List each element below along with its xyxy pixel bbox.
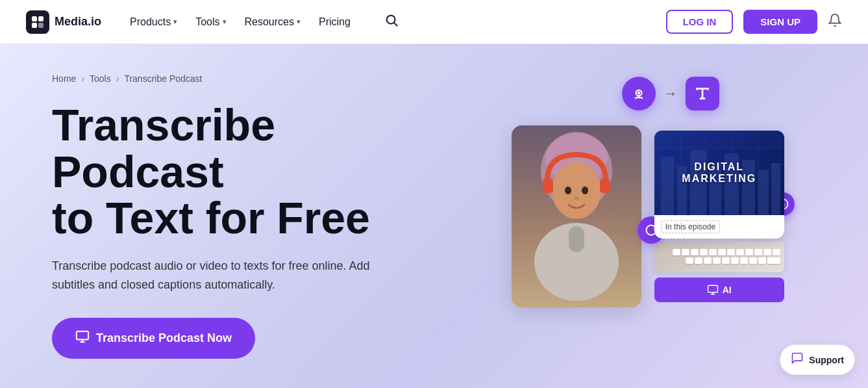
hero-content: Home › Tools › Transcribe Podcast Transc… — [0, 44, 454, 388]
breadcrumb-home[interactable]: Home — [52, 73, 76, 84]
key — [695, 257, 702, 264]
person-card — [512, 125, 641, 307]
hero-title-line3: to Text for Free — [52, 193, 370, 242]
navbar-right: LOG IN SIGN UP — [666, 10, 842, 34]
in-episode-bar: In this episode — [654, 215, 784, 239]
hero-visual-inner: DIGITAL MARKETING In this episode — [512, 125, 784, 307]
ai-button[interactable]: AI — [654, 278, 784, 302]
hero-title-line1: Transcribe — [52, 100, 275, 149]
hero-section: Home › Tools › Transcribe Podcast Transc… — [0, 44, 868, 388]
svg-rect-3 — [38, 23, 43, 28]
key — [763, 249, 771, 255]
key — [682, 249, 689, 255]
svg-rect-19 — [600, 179, 610, 193]
breadcrumb-tools[interactable]: Tools — [90, 73, 111, 84]
navbar: Media.io Products ▾ Tools ▾ Resources ▾ … — [0, 0, 868, 44]
svg-rect-6 — [77, 331, 88, 340]
svg-rect-42 — [771, 163, 780, 215]
key — [749, 257, 757, 264]
hero-visual: → — [454, 44, 869, 388]
key — [704, 257, 712, 264]
nav-items: Products ▾ Tools ▾ Resources ▾ Pricing — [122, 11, 358, 33]
arrow-right-icon: → — [663, 85, 678, 102]
svg-point-21 — [582, 187, 588, 194]
svg-rect-35 — [661, 157, 674, 215]
cta-label: Transcribe Podcast Now — [96, 331, 232, 345]
keyboard-visual — [654, 241, 784, 272]
key — [740, 257, 748, 264]
key — [718, 249, 726, 255]
svg-point-4 — [387, 16, 395, 24]
chevron-down-icon: ▾ — [173, 18, 177, 26]
key — [736, 249, 744, 255]
support-button[interactable]: Support — [780, 344, 855, 375]
svg-rect-24 — [569, 226, 584, 252]
hero-title-line2: Podcast — [52, 147, 224, 196]
logo-icon — [26, 10, 49, 34]
svg-point-10 — [638, 92, 639, 94]
breadcrumb-sep: › — [81, 73, 84, 84]
key — [767, 257, 780, 264]
text-icon — [686, 77, 719, 110]
svg-point-17 — [552, 162, 601, 219]
podcast-icon — [622, 77, 656, 110]
support-label: Support — [809, 355, 844, 365]
key — [700, 249, 708, 255]
chat-icon — [791, 352, 804, 368]
key — [754, 249, 762, 255]
login-button[interactable]: LOG IN — [666, 10, 734, 34]
key — [773, 249, 780, 255]
signup-button[interactable]: SIGN UP — [743, 10, 817, 34]
logo[interactable]: Media.io — [26, 10, 101, 34]
hero-description: Transcribe podcast audio or video to tex… — [52, 257, 377, 294]
ai-label: AI — [723, 285, 732, 295]
navbar-left: Media.io Products ▾ Tools ▾ Resources ▾ … — [26, 8, 404, 36]
digital-card-image: DIGITAL MARKETING — [654, 131, 784, 215]
svg-rect-0 — [32, 16, 37, 21]
digital-card-title: DIGITAL MARKETING — [682, 161, 756, 185]
nav-item-resources[interactable]: Resources ▾ — [237, 11, 308, 33]
key — [745, 249, 753, 255]
svg-rect-2 — [32, 23, 37, 28]
breadcrumb-current: Transcribe Podcast — [124, 73, 202, 84]
float-icons: → — [622, 77, 719, 110]
key — [673, 249, 680, 255]
breadcrumb: Home › Tools › Transcribe Podcast — [52, 73, 415, 84]
search-button[interactable] — [379, 8, 404, 36]
svg-point-22 — [574, 196, 579, 200]
nav-item-products[interactable]: Products ▾ — [122, 11, 185, 33]
svg-point-20 — [565, 187, 571, 194]
svg-rect-18 — [543, 179, 553, 193]
svg-rect-43 — [708, 285, 717, 292]
chevron-down-icon: ▾ — [297, 18, 301, 26]
in-episode-text: In this episode — [661, 220, 720, 233]
nav-item-tools[interactable]: Tools ▾ — [188, 11, 234, 33]
svg-line-5 — [394, 23, 397, 26]
hero-title: Transcribe Podcast to Text for Free — [52, 102, 415, 241]
nav-item-pricing[interactable]: Pricing — [311, 11, 358, 33]
cta-button[interactable]: Transcribe Podcast Now — [52, 318, 255, 359]
svg-rect-41 — [758, 170, 769, 215]
key — [722, 257, 730, 264]
svg-rect-1 — [38, 16, 43, 21]
notification-bell-icon[interactable] — [828, 13, 842, 31]
key — [691, 249, 699, 255]
key — [727, 249, 735, 255]
key — [731, 257, 739, 264]
person-image — [512, 125, 641, 307]
key — [713, 257, 721, 264]
right-collage: DIGITAL MARKETING In this episode — [654, 131, 784, 302]
logo-text: Media.io — [55, 15, 101, 29]
chevron-down-icon: ▾ — [223, 18, 227, 26]
breadcrumb-sep-2: › — [116, 73, 119, 84]
transcript-icon — [75, 330, 90, 347]
digital-marketing-card: DIGITAL MARKETING In this episode — [654, 131, 784, 239]
key — [686, 257, 693, 264]
key — [758, 257, 766, 264]
key — [709, 249, 717, 255]
